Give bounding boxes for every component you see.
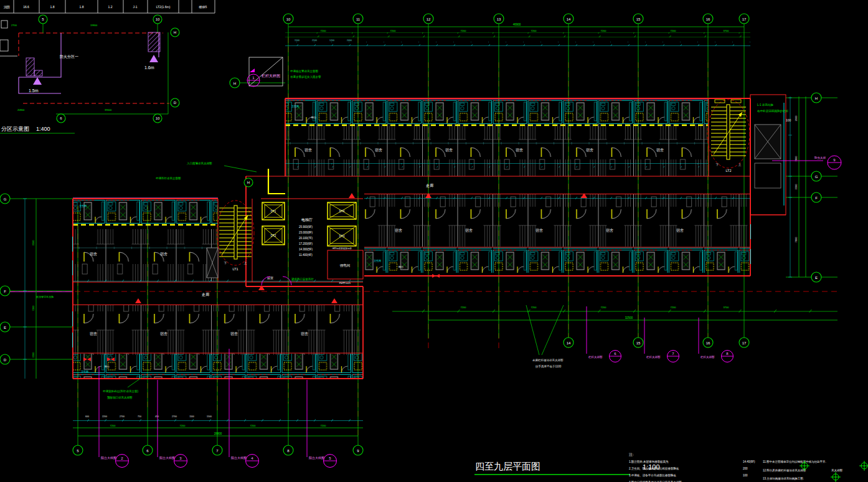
connector-core: 下 上 LT1 DT1 DT2 DT4 DT3 消防电梯兼担架电梯 电梯厅 25… xyxy=(217,169,363,286)
schedule-cell: 楼梯5 xyxy=(199,5,207,9)
south-room-band xyxy=(364,194,750,247)
south-room-band xyxy=(73,305,363,355)
notes-block: 注: 1.除注明外,本层建筑楼面标高为 14.40(6F) 2.卫生间、阳台楼地… xyxy=(629,452,868,482)
svg-text:G: G xyxy=(815,175,818,179)
north-symbol xyxy=(859,461,868,471)
svg-text:1200: 1200 xyxy=(329,39,334,42)
lobby-levels: 电梯厅 25.900(9F) 23.000(8F) 20.100(7F) 17.… xyxy=(299,217,313,257)
cad-canvas[interactable]: 消防 16.6 1.8 1.8 1.2 J-1 LT2(1.6m) 楼梯5 1.… xyxy=(0,0,868,482)
svg-text:7200: 7200 xyxy=(321,29,327,32)
svg-text:E: E xyxy=(815,276,818,280)
schedule-cell: 消防 xyxy=(4,5,10,9)
svg-text:7200: 7200 xyxy=(531,306,537,309)
svg-text:15: 15 xyxy=(636,341,641,345)
svg-text:2200: 2200 xyxy=(102,415,107,418)
svg-text:3500: 3500 xyxy=(32,240,35,246)
site-grid-bubble: 10 xyxy=(153,15,162,24)
svg-text:栏杆大样图: 栏杆大样图 xyxy=(646,356,661,359)
dim-value: 32500 xyxy=(625,316,633,319)
svg-text:7200: 7200 xyxy=(110,424,116,427)
stair-id: LT2 xyxy=(725,169,731,172)
note-value: 100 xyxy=(743,474,748,477)
svg-text:H: H xyxy=(247,181,250,184)
annotation: 空调室外机位(百叶详见立面) xyxy=(103,389,138,393)
dim-top: 46900 72007200 72007200 72007200 3700 15… xyxy=(285,23,750,46)
svg-text:F: F xyxy=(4,290,6,293)
dim-value: 28800 xyxy=(214,432,222,435)
annotation: 梁底风口安装百叶 xyxy=(291,277,314,281)
schedule-cell: J-1 xyxy=(133,5,138,9)
svg-text:15: 15 xyxy=(636,17,641,21)
svg-text:阳台大样图: 阳台大样图 xyxy=(159,456,175,460)
svg-text:7200: 7200 xyxy=(601,306,607,309)
site-dim: 20800 xyxy=(17,108,25,111)
svg-text:3700: 3700 xyxy=(724,306,730,309)
detail-marker-mid: 栏杆大样图 6 xyxy=(587,306,621,362)
svg-text:14.300(5F): 14.300(5F) xyxy=(299,248,313,251)
svg-text:栏杆大样图: 栏杆大样图 xyxy=(261,73,280,78)
south-strip xyxy=(73,354,363,379)
dim-right: 2000 7800 3300 7800 xyxy=(788,97,806,277)
svg-text:G: G xyxy=(4,197,7,201)
annotation: 空调板位置详见立面图 xyxy=(290,69,318,73)
note-line: 1.除注明外,本层建筑楼面标高为 xyxy=(629,460,669,464)
room-label: 宿舍 xyxy=(90,252,97,257)
annotation: 雨水管详见水施 xyxy=(36,295,54,298)
north-symbol xyxy=(831,472,841,482)
svg-text:2000: 2000 xyxy=(795,115,798,121)
note-value: 见大样图 xyxy=(831,469,842,472)
elevator-id: DT3 xyxy=(339,235,345,238)
svg-text:3700: 3700 xyxy=(724,29,730,32)
svg-text:17: 17 xyxy=(742,17,747,21)
note-value: 200 xyxy=(743,467,748,470)
evac-width-arrow xyxy=(33,77,42,85)
elevator-note: 消防电梯兼担架电梯 xyxy=(332,247,352,250)
detail-marker-top: 1 栏杆大样图 xyxy=(247,69,280,87)
south-balcony-strip xyxy=(364,248,750,273)
svg-text:7200: 7200 xyxy=(250,424,257,427)
svg-text:3: 3 xyxy=(179,456,182,460)
drawing-title: 四至九层平面图 xyxy=(475,461,540,471)
schedule-table: 消防 16.6 1.8 1.8 1.2 J-1 LT2(1.6m) 楼梯5 xyxy=(0,0,215,13)
svg-text:17.200(6F): 17.200(6F) xyxy=(299,242,313,245)
stair-lt2: 下 上 LT2 xyxy=(707,100,750,172)
svg-text:12: 12 xyxy=(427,17,431,21)
svg-text:750: 750 xyxy=(138,415,141,418)
svg-text:7: 7 xyxy=(672,352,674,356)
svg-text:11.400(4F): 11.400(4F) xyxy=(299,253,313,257)
svg-text:11: 11 xyxy=(356,17,361,21)
north-room-band xyxy=(285,124,709,176)
cad-viewport[interactable]: 消防 16.6 1.8 1.8 1.2 J-1 LT2(1.6m) 楼梯5 1.… xyxy=(0,0,868,482)
fire-zone-label: 防火分区一 xyxy=(60,54,78,59)
balcony-label: 阳台 xyxy=(105,365,110,368)
site-key-plan: 1.6m 1.5m 防火分区一 2700 19800 20800 39600 5… xyxy=(0,15,179,133)
svg-text:3300: 3300 xyxy=(795,184,798,190)
site-dim: 2700 xyxy=(11,24,17,27)
svg-text:5: 5 xyxy=(329,456,331,460)
svg-text:7200: 7200 xyxy=(180,424,186,427)
fire-shutter-hatch xyxy=(34,70,42,76)
room-label: 宿舍 xyxy=(586,148,593,153)
svg-text:7200: 7200 xyxy=(32,305,35,311)
room-label: 宿舍 xyxy=(90,331,97,336)
door-tag: FM甲1021 xyxy=(339,281,351,285)
svg-text:450: 450 xyxy=(155,415,159,418)
grid-bubbles-mid: 14 15 16 17 xyxy=(564,338,749,347)
svg-text:D: D xyxy=(174,101,177,105)
schedule-cell: 1.8 xyxy=(50,5,55,9)
site-dim: 19800 xyxy=(90,24,98,27)
svg-text:H: H xyxy=(174,31,176,34)
svg-text:3300: 3300 xyxy=(32,352,35,358)
svg-text:F: F xyxy=(815,196,818,200)
schedule-cell: 1.8 xyxy=(80,5,84,9)
dim-south: 72007200 72007200 3700 32500 xyxy=(392,306,837,320)
site-grid-bubble: D xyxy=(171,98,179,107)
evac-width-value: 1.6m xyxy=(144,65,154,70)
svg-text:17: 17 xyxy=(742,341,747,345)
evac-width-arrow xyxy=(149,55,158,62)
svg-text:7200: 7200 xyxy=(671,306,677,309)
dim-bottom: 6002200 2700750 4502700 11001500 7200720… xyxy=(73,415,363,436)
svg-text:7200: 7200 xyxy=(461,29,467,32)
svg-text:2100: 2100 xyxy=(312,39,317,42)
svg-text:D: D xyxy=(4,358,7,362)
